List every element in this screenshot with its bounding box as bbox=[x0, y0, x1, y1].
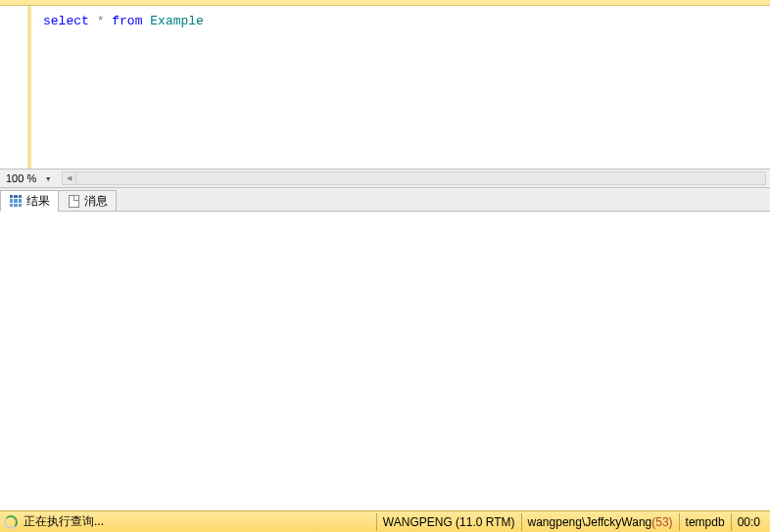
horizontal-scroll-track[interactable]: ◀ bbox=[62, 171, 766, 185]
zoom-bar: 100 % ▼ ◀ bbox=[0, 169, 770, 188]
grid-icon bbox=[9, 194, 23, 208]
sql-wildcard: * bbox=[97, 14, 105, 28]
status-database: tempdb bbox=[679, 513, 731, 531]
results-tabs: 结果 消息 bbox=[0, 188, 770, 212]
editor-gutter bbox=[0, 6, 31, 169]
sql-keyword: from bbox=[112, 14, 142, 28]
sql-text[interactable]: select * from Example bbox=[31, 6, 770, 169]
spinner-icon bbox=[4, 515, 18, 529]
status-server: WANGPENG (11.0 RTM) bbox=[376, 513, 521, 531]
tab-results[interactable]: 结果 bbox=[0, 190, 59, 212]
sql-keyword: select bbox=[43, 14, 89, 28]
status-bar: 正在执行查询... WANGPENG (11.0 RTM) wangpeng\J… bbox=[0, 510, 770, 532]
status-executing: 正在执行查询... bbox=[24, 513, 104, 530]
tab-label: 消息 bbox=[84, 193, 108, 210]
sql-table: Example bbox=[150, 14, 204, 28]
query-editor[interactable]: select * from Example bbox=[0, 6, 770, 169]
status-user: wangpeng\JeffckyWang (53) bbox=[521, 513, 679, 531]
tab-messages[interactable]: 消息 bbox=[58, 190, 117, 212]
document-icon bbox=[67, 194, 80, 208]
tab-label: 结果 bbox=[26, 193, 50, 210]
scroll-left-button[interactable]: ◀ bbox=[63, 172, 76, 184]
zoom-dropdown[interactable]: ▼ bbox=[42, 172, 54, 184]
results-panel bbox=[0, 212, 770, 510]
session-id: (53) bbox=[651, 515, 672, 529]
zoom-level: 100 % bbox=[4, 172, 38, 184]
status-elapsed: 00:0 bbox=[731, 513, 766, 531]
